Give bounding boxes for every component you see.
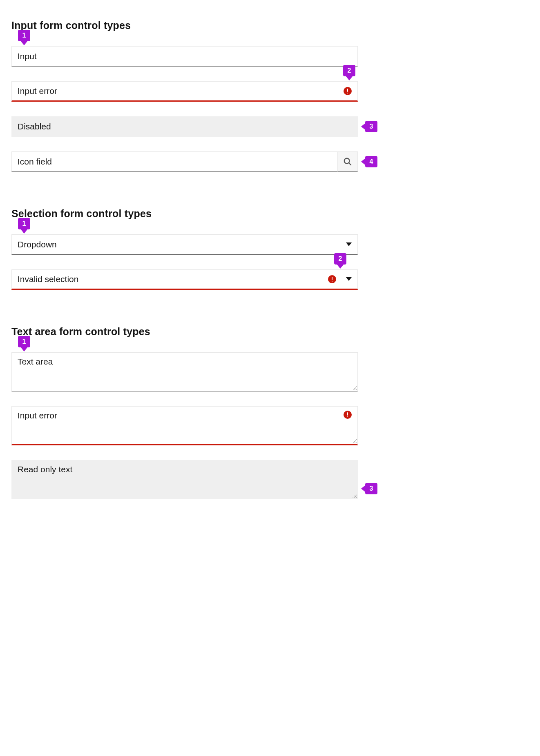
resize-handle-icon	[352, 385, 357, 390]
textarea-readonly: Read only text	[11, 460, 358, 499]
error-icon	[328, 275, 336, 283]
dropdown-invalid[interactable]: Invalid selection	[11, 269, 358, 290]
svg-line-17	[354, 441, 357, 443]
svg-rect-8	[332, 281, 332, 282]
svg-marker-5	[346, 242, 352, 246]
section-textarea: Text area form control types 1 Text area…	[11, 326, 529, 499]
chevron-down-icon	[346, 242, 352, 247]
callout-3: 3	[361, 121, 377, 132]
callout-1c: 1	[18, 336, 30, 351]
textarea-readonly-value: Read only text	[18, 465, 352, 474]
input-error-block: 2 Input error	[11, 81, 529, 102]
svg-line-4	[349, 163, 351, 165]
resize-handle-icon	[352, 438, 357, 443]
section-selection: Selection form control types 1 Dropdown …	[11, 208, 529, 290]
dropdown-block: 1 Dropdown	[11, 234, 529, 255]
error-icon	[344, 87, 352, 95]
textarea-error[interactable]: Input error	[11, 406, 358, 445]
svg-line-18	[356, 442, 357, 443]
callout-2: 2	[343, 65, 355, 80]
input-disabled-value: Disabled	[18, 122, 352, 131]
svg-line-16	[353, 439, 357, 443]
input-error-value: Input error	[18, 86, 344, 96]
chevron-down-icon	[346, 277, 352, 281]
input-plain-value: Input	[18, 51, 352, 61]
search-icon[interactable]	[337, 151, 358, 172]
svg-rect-14	[347, 412, 348, 416]
svg-line-21	[356, 497, 357, 498]
svg-line-19	[353, 494, 357, 498]
dropdown-invalid-block: 2 Invalid selection	[11, 269, 529, 290]
input-icon-block: 4 Icon field	[11, 151, 529, 172]
svg-line-20	[354, 496, 357, 498]
input-plain[interactable]: Input	[11, 46, 358, 67]
section-textarea-heading: Text area form control types	[11, 326, 529, 338]
callout-4: 4	[361, 156, 377, 167]
input-error[interactable]: Input error	[11, 81, 358, 102]
section-input-heading: Input form control types	[11, 20, 529, 31]
textarea-plain[interactable]: Text area	[11, 352, 358, 391]
input-plain-block: 1 Input	[11, 46, 529, 67]
textarea-readonly-block: 3 Read only text	[11, 460, 529, 499]
textarea-error-value: Input error	[18, 411, 344, 420]
svg-marker-9	[346, 277, 352, 281]
svg-line-12	[356, 389, 357, 390]
dropdown-value: Dropdown	[18, 240, 341, 249]
input-disabled: Disabled	[11, 116, 358, 137]
textarea-error-block: Input error	[11, 406, 529, 445]
svg-rect-1	[347, 89, 348, 92]
resize-handle-icon	[352, 493, 357, 498]
callout-3b: 3	[361, 483, 377, 494]
svg-line-11	[354, 388, 357, 390]
callout-1b: 1	[18, 218, 30, 233]
page: Input form control types 1 Input 2 Input…	[0, 0, 540, 524]
svg-line-10	[353, 386, 357, 390]
textarea-plain-value: Text area	[18, 357, 352, 367]
textarea-plain-block: 1 Text area	[11, 352, 529, 391]
svg-rect-2	[347, 93, 348, 93]
svg-rect-7	[332, 277, 332, 280]
input-icon-value: Icon field	[18, 157, 332, 167]
error-icon	[344, 411, 352, 419]
svg-rect-15	[347, 416, 348, 417]
input-disabled-block: 3 Disabled	[11, 116, 529, 137]
section-selection-heading: Selection form control types	[11, 208, 529, 220]
input-icon-field[interactable]: Icon field	[11, 151, 337, 172]
section-input: Input form control types 1 Input 2 Input…	[11, 20, 529, 172]
dropdown-invalid-value: Invalid selection	[18, 274, 328, 284]
callout-1: 1	[18, 30, 30, 45]
dropdown[interactable]: Dropdown	[11, 234, 358, 255]
callout-2b: 2	[334, 253, 346, 269]
input-icon-wrapper: Icon field	[11, 151, 358, 172]
